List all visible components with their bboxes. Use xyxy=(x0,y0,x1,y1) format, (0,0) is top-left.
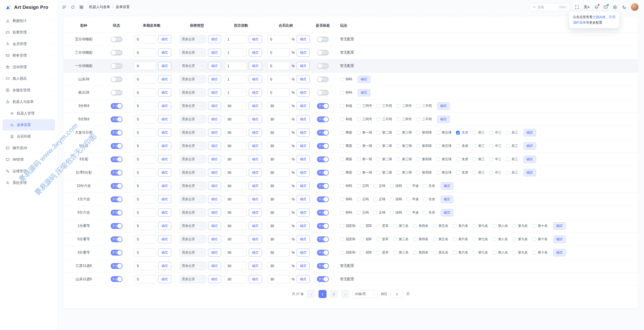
buy-ratio-input[interactable] xyxy=(267,155,290,163)
buy-ratio-input[interactable] xyxy=(267,248,290,257)
play-checkbox-第四名[interactable]: 第四名 xyxy=(413,250,428,255)
confirm-button[interactable]: 确定 xyxy=(208,155,221,163)
checkbox-icon[interactable] xyxy=(340,184,344,188)
checkbox-icon[interactable] xyxy=(360,251,364,255)
play-checkbox-前三[interactable]: 前三 xyxy=(473,170,485,175)
confirm-button[interactable]: 确定 xyxy=(297,62,310,70)
guarantee-toggle[interactable]: 开启 xyxy=(317,143,329,149)
buy-ratio-input[interactable] xyxy=(267,88,290,97)
play-checkbox-两面[interactable]: 两面 xyxy=(340,130,352,135)
checkbox-icon[interactable] xyxy=(377,237,380,241)
play-checkbox-二同号[interactable]: 二同号 xyxy=(396,104,412,108)
confirm-button[interactable]: 确定 xyxy=(208,182,221,190)
bet-multiple-input[interactable] xyxy=(225,102,247,110)
play-checkbox-两面[interactable]: 两面 xyxy=(340,144,352,148)
confirm-button[interactable]: 确定 xyxy=(158,102,171,110)
bet-multiple-input[interactable] xyxy=(225,142,247,150)
confirm-button[interactable]: 确定 xyxy=(208,262,221,270)
bet-multiple-input[interactable] xyxy=(225,195,247,203)
status-toggle[interactable]: 关闭 xyxy=(111,76,123,82)
play-checkbox-正码[interactable]: 正码 xyxy=(357,197,369,201)
guarantee-toggle[interactable]: 开启 xyxy=(317,103,329,109)
guarantee-toggle[interactable]: 关闭 xyxy=(317,90,329,96)
play-checkbox-二不同[interactable]: 二不同 xyxy=(416,104,432,108)
confirm-button[interactable]: 确定 xyxy=(208,129,221,137)
play-checkbox-第四名[interactable]: 第四名 xyxy=(413,237,428,241)
play-checkbox-第一球[interactable]: 第一球 xyxy=(357,157,372,161)
breadcrumb-parent[interactable]: 机器人与发单 xyxy=(89,5,110,9)
checkbox-icon[interactable] xyxy=(453,251,457,255)
secret-type-select[interactable]: 完全公开 xyxy=(179,35,206,44)
checkbox-icon[interactable] xyxy=(373,211,377,215)
secret-type-select[interactable]: 完全公开 xyxy=(179,102,206,110)
buy-ratio-input[interactable] xyxy=(267,62,290,70)
sidebar-item-机器人管理[interactable]: 机器人管理 xyxy=(3,108,55,119)
play-checkbox-第五名[interactable]: 第五名 xyxy=(433,224,448,228)
plays-confirm-button[interactable]: 确定 xyxy=(437,116,450,123)
status-toggle[interactable]: 开启 xyxy=(111,116,123,122)
confirm-button[interactable]: 确定 xyxy=(158,155,171,163)
play-checkbox-第一球[interactable]: 第一球 xyxy=(357,144,372,148)
play-checkbox-第三名[interactable]: 第三名 xyxy=(393,237,409,241)
secret-type-select[interactable]: 完全公开 xyxy=(179,128,206,137)
play-checkbox-第三球[interactable]: 第三球 xyxy=(396,144,412,148)
play-checkbox-正特[interactable]: 正特 xyxy=(373,197,385,201)
checkbox-icon[interactable] xyxy=(340,251,344,255)
status-toggle[interactable]: 开启 xyxy=(111,250,123,256)
plays-confirm-button[interactable]: 确定 xyxy=(437,102,450,110)
guarantee-toggle[interactable]: 开启 xyxy=(317,276,329,282)
buy-ratio-input[interactable] xyxy=(267,75,290,84)
play-checkbox-特码[interactable]: 特码 xyxy=(340,90,352,95)
confirm-button[interactable]: 确定 xyxy=(158,209,171,217)
play-checkbox-第二球[interactable]: 第二球 xyxy=(377,144,392,148)
play-checkbox-第八名[interactable]: 第八名 xyxy=(493,250,508,255)
status-toggle[interactable]: 开启 xyxy=(111,103,123,109)
message-icon[interactable] xyxy=(603,5,608,10)
confirm-button[interactable]: 确定 xyxy=(158,75,171,83)
confirm-button[interactable]: 确定 xyxy=(249,209,262,217)
buy-ratio-input[interactable] xyxy=(267,115,290,123)
confirm-button[interactable]: 确定 xyxy=(249,102,262,110)
play-checkbox-冠亚和[interactable]: 冠亚和 xyxy=(340,237,355,241)
checkbox-icon[interactable] xyxy=(390,211,394,215)
play-checkbox-第三球[interactable]: 第三球 xyxy=(396,170,412,175)
bet-multiple-input[interactable] xyxy=(225,128,247,137)
checkbox-icon[interactable] xyxy=(396,131,400,135)
play-checkbox-特码[interactable]: 特码 xyxy=(340,77,352,81)
checkbox-icon[interactable] xyxy=(396,144,400,148)
guarantee-toggle[interactable]: 开启 xyxy=(317,223,329,229)
secret-type-select[interactable]: 完全公开 xyxy=(179,48,206,57)
secret-type-select[interactable]: 完全公开 xyxy=(179,182,206,190)
bet-multiple-input[interactable] xyxy=(225,222,247,230)
issue-count-input[interactable] xyxy=(134,115,156,123)
play-checkbox-第八名[interactable]: 第八名 xyxy=(493,224,508,228)
bet-multiple-input[interactable] xyxy=(225,275,247,283)
checkbox-icon[interactable] xyxy=(489,157,493,161)
checkbox-icon[interactable] xyxy=(436,144,440,148)
play-checkbox-第五球[interactable]: 第五球 xyxy=(436,130,452,135)
play-checkbox-第四球[interactable]: 第四球 xyxy=(416,144,432,148)
checkbox-icon[interactable] xyxy=(377,104,380,108)
secret-type-select[interactable]: 完全公开 xyxy=(179,115,206,123)
play-checkbox-半波[interactable]: 半波 xyxy=(407,184,419,188)
play-checkbox-第三名[interactable]: 第三名 xyxy=(393,224,409,228)
plays-confirm-button[interactable]: 确定 xyxy=(553,222,566,230)
checkbox-icon[interactable] xyxy=(436,131,440,135)
prev-page-button[interactable]: ‹ xyxy=(307,290,315,298)
confirm-button[interactable]: 确定 xyxy=(249,169,262,177)
confirm-button[interactable]: 确定 xyxy=(158,62,171,70)
checkbox-icon[interactable] xyxy=(506,131,510,135)
play-checkbox-二同号[interactable]: 二同号 xyxy=(396,117,412,121)
confirm-button[interactable]: 确定 xyxy=(158,195,171,203)
checkbox-icon[interactable] xyxy=(377,171,380,175)
checkbox-icon[interactable] xyxy=(433,251,437,255)
play-checkbox-第四球[interactable]: 第四球 xyxy=(416,157,432,161)
play-checkbox-连码[interactable]: 连码 xyxy=(390,184,402,188)
play-checkbox-第二球[interactable]: 第二球 xyxy=(377,130,392,135)
confirm-button[interactable]: 确定 xyxy=(208,89,221,97)
checkbox-icon[interactable] xyxy=(532,224,536,228)
confirm-button[interactable]: 确定 xyxy=(297,49,310,57)
checkbox-icon[interactable] xyxy=(377,131,380,135)
play-checkbox-第七名[interactable]: 第七名 xyxy=(473,250,488,255)
play-checkbox-第四球[interactable]: 第四球 xyxy=(416,170,432,175)
